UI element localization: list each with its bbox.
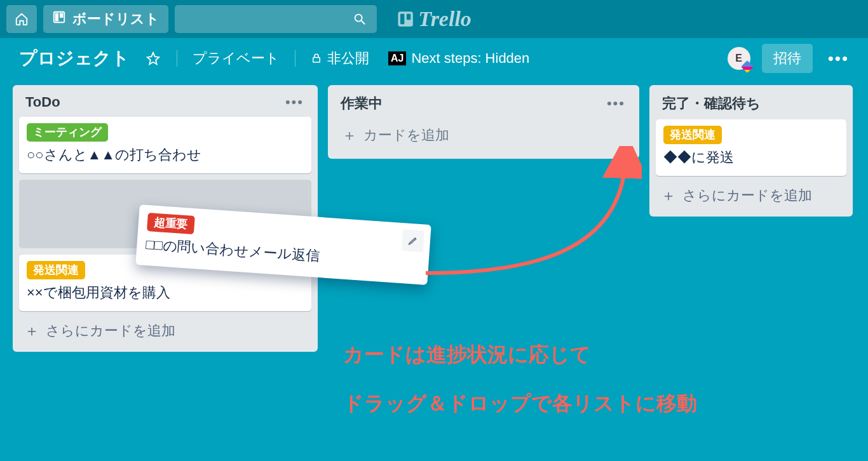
- card-label: ミーティング: [27, 123, 108, 142]
- brand-text: Trello: [418, 7, 471, 31]
- svg-rect-2: [60, 13, 64, 18]
- star-icon: [146, 51, 160, 65]
- home-button[interactable]: [6, 5, 37, 33]
- list-menu-button[interactable]: •••: [285, 94, 304, 110]
- add-card-button[interactable]: ＋ カードを追加: [334, 119, 633, 151]
- list-done: 完了・確認待ち 発送関連 ◆◆に発送 ＋ さらにカードを追加: [649, 85, 853, 217]
- board-header: プロジェクト プライベート 非公開 AJ Next steps: Hidden …: [0, 38, 868, 79]
- add-card-button[interactable]: ＋ さらにカードを追加: [656, 182, 846, 209]
- card-label: 発送関連: [663, 126, 722, 144]
- card-text: ××で梱包用資材を購入: [27, 283, 304, 302]
- search-icon: [353, 12, 367, 26]
- powerup-item[interactable]: AJ Next steps: Hidden: [384, 48, 533, 69]
- card-label: 発送関連: [27, 261, 85, 279]
- trello-icon: [397, 10, 414, 28]
- svg-rect-5: [398, 11, 412, 26]
- board-title[interactable]: プロジェクト: [19, 46, 130, 70]
- divider: [295, 50, 295, 67]
- svg-rect-1: [55, 13, 59, 22]
- edit-card-button[interactable]: [402, 229, 424, 252]
- card-label: 超重要: [147, 213, 195, 234]
- member-avatar[interactable]: E: [728, 47, 750, 70]
- invite-button[interactable]: 招待: [762, 44, 813, 73]
- list-title[interactable]: 作業中: [341, 94, 383, 113]
- svg-rect-7: [407, 14, 410, 20]
- card-text: □□の問い合わせメール返信: [145, 235, 420, 273]
- boards-icon: [52, 10, 66, 28]
- star-button[interactable]: [141, 46, 165, 70]
- svg-rect-8: [313, 58, 320, 63]
- board-visibility[interactable]: 非公開: [307, 46, 373, 70]
- home-icon: [15, 12, 29, 26]
- list-working: 作業中 ••• ＋ カードを追加: [328, 85, 639, 159]
- top-nav: ボードリスト Trello: [0, 0, 868, 38]
- boards-label: ボードリスト: [72, 10, 159, 29]
- list-title[interactable]: ToDo: [25, 94, 60, 110]
- plus-icon: ＋: [661, 188, 676, 203]
- list-menu-button[interactable]: •••: [607, 95, 625, 112]
- boards-button[interactable]: ボードリスト: [43, 5, 168, 33]
- plus-icon: ＋: [24, 323, 39, 338]
- annotation-text: カードは進捗状況に応じて ドラッグ＆ドロップで各リストに移動: [343, 330, 697, 428]
- card[interactable]: ミーティング ○○さんと▲▲の打ち合わせ: [19, 117, 311, 173]
- lock-icon: [311, 53, 322, 64]
- card-text: ○○さんと▲▲の打ち合わせ: [27, 145, 304, 164]
- brand-logo[interactable]: Trello: [397, 7, 471, 31]
- board-menu-button[interactable]: •••: [824, 49, 853, 69]
- svg-rect-6: [400, 14, 404, 24]
- team-visibility[interactable]: プライベート: [189, 46, 283, 70]
- card-text: ◆◆に発送: [663, 148, 839, 167]
- card[interactable]: 発送関連 ◆◆に発送: [656, 119, 846, 176]
- search-input[interactable]: [175, 5, 377, 33]
- svg-point-3: [355, 15, 362, 22]
- pencil-icon: [407, 235, 419, 247]
- aj-badge-icon: AJ: [388, 51, 406, 65]
- board-canvas: ToDo ••• ミーティング ○○さんと▲▲の打ち合わせ 発送関連 ××で梱包…: [0, 79, 868, 358]
- divider: [177, 50, 177, 67]
- list-title[interactable]: 完了・確認待ち: [662, 94, 761, 113]
- plus-icon: ＋: [342, 128, 357, 143]
- add-card-button[interactable]: ＋ さらにカードを追加: [19, 317, 311, 344]
- svg-line-4: [362, 21, 365, 25]
